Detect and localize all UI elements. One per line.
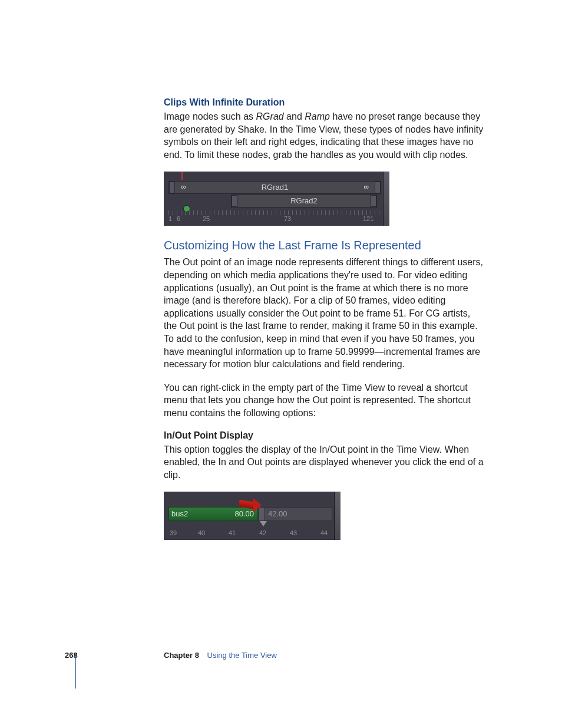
subheading-clips-infinite: Clips With Infinite Duration — [164, 97, 485, 108]
subheading-in-out-display: In/Out Point Display — [164, 430, 485, 441]
playhead-marker — [181, 172, 183, 180]
ruler-number: 42 — [259, 529, 266, 536]
section-heading-customizing: Customizing How the Last Frame Is Repres… — [164, 239, 485, 252]
emphasis-ramp: Ramp — [305, 111, 330, 121]
ruler-number: 44 — [320, 529, 328, 536]
ruler-number: 40 — [198, 529, 205, 536]
clip-value: 42.00 — [268, 509, 287, 518]
page-number: 268 — [65, 651, 98, 660]
paragraph-right-click-menu: You can right-click in the empty part of… — [164, 381, 485, 420]
ruler-number: 6 — [177, 215, 180, 222]
scrollbar — [334, 492, 340, 540]
paragraph-clips-infinite: Image nodes such as RGrad and Ramp have … — [164, 110, 485, 161]
ruler-number: 73 — [284, 215, 291, 222]
footer-rule — [75, 653, 76, 689]
ruler-number: 25 — [203, 215, 210, 222]
clip-track-rgrad1: ∞ RGrad1 ∞ — [168, 181, 381, 194]
figure-in-out-display: bus2 80.00 42.00 39 40 41 42 43 44 — [164, 492, 340, 540]
time-ruler: 39 40 41 42 43 44 — [168, 527, 332, 538]
ruler-number: 1 — [168, 215, 172, 222]
figure-time-view-infinite-clips: ∞ RGrad1 ∞ RGrad2 1 6 25 73 121 — [164, 172, 389, 226]
clip-gray: 42.00 — [258, 507, 332, 521]
emphasis-rgrad: RGrad — [256, 111, 284, 121]
clip-handle-right — [371, 195, 376, 207]
time-ruler: 1 6 25 73 121 — [168, 210, 381, 222]
clip-name: bus2 — [171, 509, 188, 518]
page-footer: 268 Chapter 8 Using the Time View — [65, 651, 485, 660]
clip-handle-right — [375, 182, 381, 193]
chapter-title: Using the Time View — [207, 651, 277, 660]
scrollbar — [383, 172, 389, 226]
ruler-number: 41 — [229, 529, 236, 536]
paragraph-in-out-display: This option toggles the display of the I… — [164, 443, 485, 482]
ruler-number: 121 — [363, 215, 373, 222]
ruler-ticks — [168, 210, 381, 215]
infinity-icon: ∞ — [363, 183, 369, 191]
clip-label: RGrad2 — [232, 196, 376, 205]
chapter-label: Chapter 8 — [164, 651, 199, 660]
ruler-number: 39 — [170, 529, 177, 536]
clip-track-rgrad2: RGrad2 — [231, 195, 377, 207]
text: and — [284, 111, 305, 121]
out-point-marker-icon — [260, 521, 267, 526]
page: Clips With Infinite Duration Image nodes… — [0, 0, 562, 728]
paragraph-out-point-explanation: The Out point of an image node represent… — [164, 256, 485, 370]
clip-label: RGrad1 — [169, 183, 381, 192]
arrow-icon — [239, 499, 262, 512]
ruler-number: 43 — [290, 529, 297, 536]
text: Image nodes such as — [164, 111, 256, 121]
